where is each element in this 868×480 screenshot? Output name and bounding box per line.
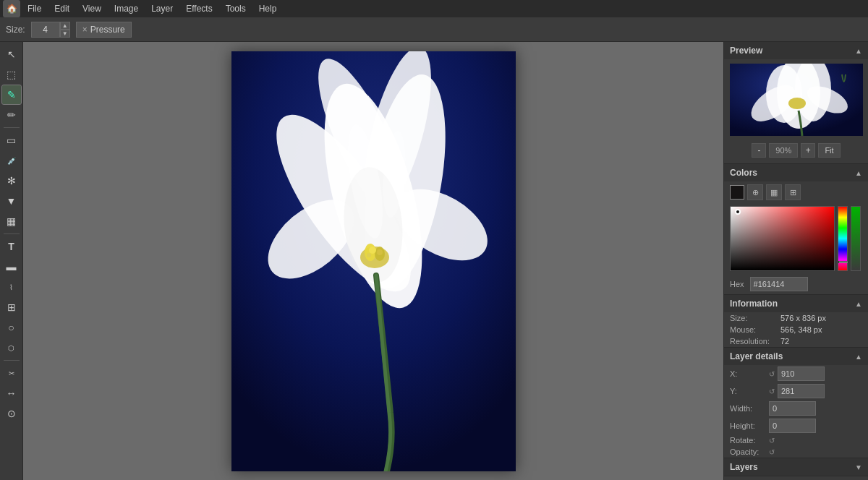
size-input[interactable] xyxy=(31,22,60,38)
fg-color-swatch[interactable] xyxy=(730,185,744,200)
tool-pointer[interactable]: ↖ xyxy=(2,45,21,64)
info-title: Information xyxy=(730,299,778,309)
layer-opacity-label: Opacity: xyxy=(730,447,766,456)
preview-collapse-icon[interactable]: ▲ xyxy=(855,47,862,55)
tool-selection[interactable]: ⬚ xyxy=(2,65,21,84)
preview-title: Preview xyxy=(730,46,762,56)
menu-image[interactable]: Image xyxy=(109,2,144,15)
tool-pencil[interactable]: ✏ xyxy=(2,106,21,124)
size-down-spinner[interactable]: ▼ xyxy=(60,30,70,38)
canvas-image[interactable] xyxy=(231,51,516,471)
layer-y-input[interactable] xyxy=(778,384,825,398)
colors-title: Colors xyxy=(730,168,757,178)
right-panel: Preview ▲ xyxy=(723,42,868,480)
color-palette-icon[interactable]: ⊞ xyxy=(785,184,801,200)
color-wheel-icon[interactable]: ⊕ xyxy=(747,184,763,200)
layer-rotate-refresh-icon[interactable]: ↺ xyxy=(769,437,775,445)
canvas-wrapper xyxy=(231,51,516,471)
layer-details-collapse-icon[interactable]: ▲ xyxy=(855,353,862,361)
info-res-row: Resolution: 72 xyxy=(724,335,868,347)
layer-details-title: Layer details xyxy=(730,351,783,361)
layer-x-label: X: xyxy=(730,369,766,378)
alpha-slider[interactable] xyxy=(851,206,861,271)
tool-divider-1 xyxy=(4,127,20,128)
zoom-plus-button[interactable]: + xyxy=(801,143,815,158)
layer-width-input[interactable] xyxy=(769,401,816,416)
canvas-area[interactable] xyxy=(23,42,723,480)
zoom-display: 90% xyxy=(769,143,798,158)
tool-eraser[interactable]: ▭ xyxy=(2,131,21,150)
tool-measure[interactable]: ⊞ xyxy=(2,298,21,317)
layer-details-section: Layer details ▲ X: ↺ Y: ↺ Width: Height: xyxy=(724,348,868,458)
menu-file[interactable]: File xyxy=(22,2,47,15)
home-icon[interactable]: 🏠 xyxy=(3,0,20,17)
pressure-button[interactable]: × Pressure xyxy=(76,22,132,38)
menu-bar: 🏠 File Edit View Image Layer Effects Too… xyxy=(0,0,868,17)
hex-label: Hex xyxy=(730,280,744,288)
preview-section: Preview ▲ xyxy=(724,42,868,164)
tool-zoom[interactable]: ⊙ xyxy=(2,404,21,423)
color-gradient-picker[interactable] xyxy=(730,206,835,271)
layer-opacity-row: Opacity: ↺ xyxy=(724,446,868,458)
tool-fill[interactable]: ▼ xyxy=(2,192,21,210)
tool-polygon[interactable]: ⬡ xyxy=(2,338,21,357)
tool-brush[interactable]: ✎ xyxy=(2,85,21,104)
tool-text[interactable]: T xyxy=(2,237,21,256)
layer-y-label: Y: xyxy=(730,387,766,395)
hue-indicator xyxy=(838,261,848,263)
size-up-spinner[interactable]: ▲ xyxy=(60,22,70,30)
menu-edit[interactable]: Edit xyxy=(48,2,75,15)
info-size-row: Size: 576 x 836 px xyxy=(724,312,868,324)
color-picker-wrapper xyxy=(730,206,862,271)
colors-collapse-icon[interactable]: ▲ xyxy=(855,169,862,177)
menu-view[interactable]: View xyxy=(77,2,107,15)
layer-details-header[interactable]: Layer details ▲ xyxy=(724,348,868,365)
colors-header[interactable]: Colors ▲ xyxy=(724,164,868,181)
layer-x-refresh-icon[interactable]: ↺ xyxy=(769,370,775,378)
menu-effects[interactable]: Effects xyxy=(180,2,218,15)
info-res-value: 72 xyxy=(780,337,789,346)
pressure-label: Pressure xyxy=(90,25,125,35)
info-header[interactable]: Information ▲ xyxy=(724,295,868,312)
menu-help[interactable]: Help xyxy=(253,2,283,15)
zoom-minus-button[interactable]: - xyxy=(752,143,766,158)
tool-warp[interactable]: ⌇ xyxy=(2,278,21,296)
preview-image xyxy=(730,64,863,136)
layers-collapse-icon[interactable]: ▼ xyxy=(855,463,862,471)
layer-rotate-row: Rotate: ↺ xyxy=(724,434,868,446)
tool-gradient[interactable]: ▦ xyxy=(2,212,21,231)
layers-header[interactable]: Layers ▼ xyxy=(724,458,868,476)
hue-slider[interactable] xyxy=(838,206,848,271)
tool-crop[interactable]: ✂ xyxy=(2,364,21,382)
left-toolbar: ↖ ⬚ ✎ ✏ ▭ 💉 ✻ ▼ ▦ T ▬ ⌇ ⊞ ○ ⬡ ✂ ↔ ⊙ xyxy=(0,42,23,480)
tool-rect[interactable]: ▬ xyxy=(2,257,21,276)
color-grid-icon[interactable]: ▦ xyxy=(766,184,782,200)
info-mouse-value: 566, 348 px xyxy=(780,325,822,334)
preview-header[interactable]: Preview ▲ xyxy=(724,42,868,59)
info-mouse-row: Mouse: 566, 348 px xyxy=(724,324,868,335)
layer-x-input[interactable] xyxy=(778,367,825,381)
hex-row: Hex xyxy=(724,274,868,294)
zoom-fit-button[interactable]: Fit xyxy=(818,143,840,158)
hex-input[interactable] xyxy=(750,277,808,291)
zoom-controls: - 90% + Fit xyxy=(724,140,868,163)
layer-height-input[interactable] xyxy=(769,419,816,433)
size-label: Size: xyxy=(6,25,25,35)
info-size-value: 576 x 836 px xyxy=(780,314,826,322)
info-mouse-label: Mouse: xyxy=(730,325,780,334)
layer-opacity-refresh-icon[interactable]: ↺ xyxy=(769,448,775,456)
toolbar: Size: ▲ ▼ × Pressure xyxy=(0,17,868,42)
menu-layer[interactable]: Layer xyxy=(145,2,179,15)
svg-point-13 xyxy=(377,249,383,255)
tool-divider-3 xyxy=(4,360,20,361)
tool-ellipse[interactable]: ○ xyxy=(2,318,21,337)
menu-tools[interactable]: Tools xyxy=(220,2,252,15)
tool-transform[interactable]: ↔ xyxy=(2,384,21,403)
info-collapse-icon[interactable]: ▲ xyxy=(855,300,862,308)
color-tools-row: ⊕ ▦ ⊞ xyxy=(724,181,868,203)
tool-eyedropper[interactable]: 💉 xyxy=(2,151,21,170)
pressure-close-icon[interactable]: × xyxy=(82,25,88,35)
tool-clone[interactable]: ✻ xyxy=(2,171,21,190)
layer-height-row: Height: xyxy=(724,417,868,434)
layer-y-refresh-icon[interactable]: ↺ xyxy=(769,387,775,395)
